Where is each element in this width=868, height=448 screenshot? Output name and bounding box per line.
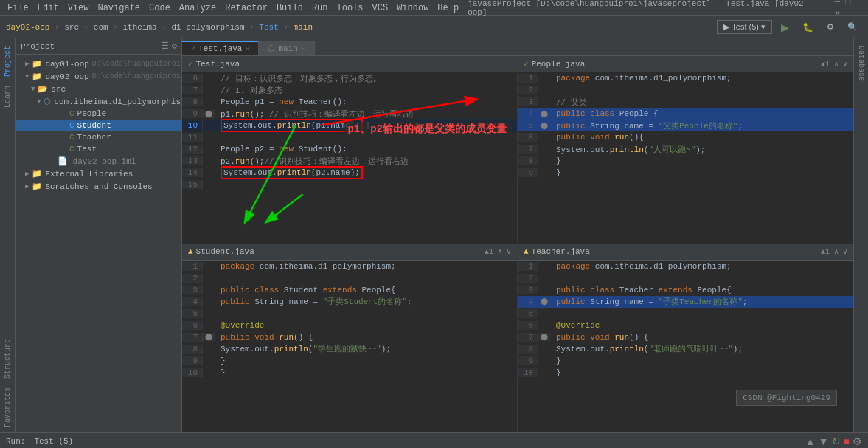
code-grid: ✓ Test.java 6 // 目标：认识多态；对象多态，行为多态。 7 //… [182,56,853,432]
editor-area: ✓ Test.java ✕ ⬡ main ✕ ✓ Test.java [182,38,853,432]
run-control-down[interactable]: ▼ [819,435,829,447]
menu-help[interactable]: Help [433,3,463,13]
test-tab[interactable]: Test (5) [31,436,76,447]
panel-student: ▲ Student.java ▲1 ∧ ∨ 1package com.ithei… [182,244,518,433]
run-label: Run: [6,437,25,446]
tab-main[interactable]: ⬡ main ✕ [259,41,314,55]
panel-tab-test[interactable]: Test.java [196,60,240,69]
tree-item-day02[interactable]: ▼ 📁 day02-oop D:\code\huangpuipro1\ja... [16,70,181,83]
panel-tab-people[interactable]: People.java [532,60,586,69]
menu-analyze[interactable]: Analyze [175,3,221,13]
run-control-up[interactable]: ▲ [805,435,816,447]
menu-code[interactable]: Code [145,3,175,13]
tree-item-package[interactable]: ▼ ⬡ com.itheima.d1_polymorphism [16,95,181,108]
sidebar-icons: ☰ ⚙ [161,41,177,52]
menu-navigate[interactable]: Navigate [93,3,145,13]
vtab-project[interactable]: Project [1,41,14,81]
editor-tabs: ✓ Test.java ✕ ⬡ main ✕ [182,38,853,56]
gear-icon[interactable]: ⚙ [172,41,177,52]
tree-item-iml[interactable]: 📄 day02-oop.iml [16,155,181,168]
panel-test: ✓ Test.java 6 // 目标：认识多态；对象多态，行为多态。 7 //… [182,56,518,244]
bottom-controls: ▲ ▼ ↻ ■ ⚙ [805,435,862,447]
bottom-panel: Run: Test (5) ▲ ▼ ↻ ■ ⚙ ▶ ▲ ▼ ≡ ⊘ D:\dev… [0,432,868,448]
panel-people: ✓ People.java ▲1 ∧ ∨ 1package com.itheim… [518,56,853,244]
tab-test-java[interactable]: ✓ Test.java ✕ [182,41,259,55]
bottom-tabs: Run: Test (5) ▲ ▼ ↻ ■ ⚙ [0,433,868,448]
vtab-structure[interactable]: Structure [1,334,14,383]
tree-item-teacher[interactable]: C Teacher [16,131,181,143]
panel-header-student: ▲ Student.java ▲1 ∧ ∨ [182,244,517,261]
run-btn[interactable]: ▶ [777,20,794,35]
panel-tab-student[interactable]: Student.java [196,247,254,256]
close-test-tab[interactable]: ✕ [245,44,249,53]
tree-item-scratches[interactable]: ▶ 📁 Scratches and Consoles [16,180,181,193]
menu-run[interactable]: Run [308,3,333,13]
menu-file[interactable]: File [3,3,33,13]
collapse-icon[interactable]: ☰ [161,41,169,52]
menu-build[interactable]: Build [272,3,308,13]
vtab-favorites[interactable]: Favorites [1,383,14,432]
left-vtabs: Project Learn Structure Favorites [0,38,16,432]
sidebar-title: Project [21,42,55,51]
panel-header-teacher: ▲ Teacher.java ▲1 ∧ ∨ [518,244,853,261]
debug-btn[interactable]: 🐛 [798,21,818,34]
menu-edit[interactable]: Edit [33,3,63,13]
tree-item-external[interactable]: ▶ 📁 External Libraries [16,168,181,180]
menu-window[interactable]: Window [392,3,433,13]
project-sidebar: Project ☰ ⚙ ▶ 📁 day01-oop D:\code\huangp… [16,38,182,432]
run-control-settings[interactable]: ⚙ [853,435,862,447]
panel-header-people: ✓ People.java ▲1 ∧ ∨ [518,56,853,72]
menu-view[interactable]: View [63,3,94,13]
close-main-tab[interactable]: ✕ [301,44,305,53]
tree-item-student[interactable]: C Student [16,120,181,131]
run-control-rerun[interactable]: ↻ [832,435,841,447]
vtab-database[interactable]: Database [855,41,867,86]
run-control-stop[interactable]: ■ [844,435,850,447]
watermark: CSDN @Fighting0429 [736,390,837,406]
tree-item-people[interactable]: C People [16,108,181,120]
search-btn[interactable]: 🔍 [843,21,862,33]
menu-refactor[interactable]: Refactor [221,3,272,13]
menu-bar: File Edit View Navigate Code Analyze Ref… [0,0,868,16]
run-config-btn[interactable]: ▶ Test (5) ▾ [717,20,772,34]
project-tree: ▶ 📁 day01-oop D:\code\huangpuipro1\ja...… [16,55,181,432]
toolbar-path: day02-oop › src › com › itheima › d1_pol… [6,23,313,32]
toolbar: day02-oop › src › com › itheima › d1_pol… [0,16,868,38]
tree-item-test[interactable]: C Test [16,143,181,155]
tree-item-src[interactable]: ▼ 📂 src [16,83,181,95]
panel-tab-teacher[interactable]: Teacher.java [532,247,590,256]
settings-btn[interactable]: ⚙ [822,21,839,33]
menu-tools[interactable]: Tools [333,3,368,13]
panel-header-test: ✓ Test.java [182,56,517,72]
right-vtabs: Database [853,38,868,432]
vtab-learn[interactable]: Learn [1,81,14,112]
tree-item-day01[interactable]: ▶ 📁 day01-oop D:\code\huangpuipro1\ja... [16,58,181,70]
sidebar-header: Project ☰ ⚙ [16,38,181,55]
menu-vcs[interactable]: VCS [368,3,393,13]
project-title: javaseProject [D:\code\huangpuipro1\java… [463,0,824,17]
